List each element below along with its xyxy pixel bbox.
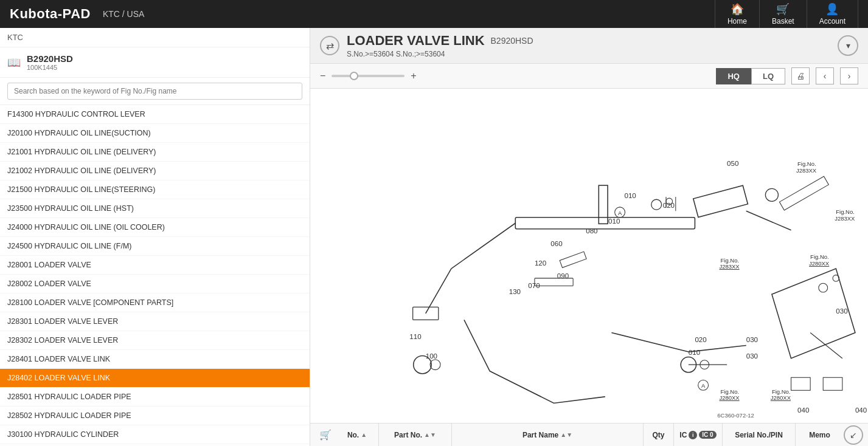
nav-account[interactable]: 👤 Account xyxy=(807,0,858,28)
sidebar-item-F14300[interactable]: F14300 HYDRAULIC CONTROL LEVER xyxy=(0,105,310,124)
svg-text:040: 040 xyxy=(797,407,809,414)
header-location: KTC / USA xyxy=(103,9,144,19)
svg-text:Fig.No.: Fig.No. xyxy=(772,388,791,395)
nav-basket[interactable]: 🛒 Basket xyxy=(759,0,807,28)
nav-basket-label: Basket xyxy=(772,17,794,26)
search-input[interactable] xyxy=(7,83,302,100)
home-icon: 🏠 xyxy=(731,2,744,16)
page-model: B2920HSD xyxy=(491,36,533,46)
nav-home-label: Home xyxy=(727,17,747,26)
bottom-bar: 🛒 No. ▲ Part No. ▲▼ Part Name ▲▼ Qty xyxy=(310,423,868,446)
sort-no-icon: ▲ xyxy=(361,431,367,438)
svg-text:010: 010 xyxy=(624,192,636,199)
zoom-thumb xyxy=(350,72,358,80)
svg-text:020: 020 xyxy=(695,336,706,343)
svg-text:J283XX: J283XX xyxy=(719,263,740,270)
content-area: ⇄ LOADER VALVE LINK B2920HSD S.No.>=5360… xyxy=(310,28,868,446)
sidebar-item-J24500[interactable]: J24500 HYDRAULIC OIL LINE (F/M) xyxy=(0,237,310,256)
ic-info-icon[interactable]: i xyxy=(689,431,697,439)
svg-text:J280XX: J280XX xyxy=(809,260,830,267)
parts-diagram: Fig.No. J283XX Fig.No. J283XX 050 010 02… xyxy=(310,89,868,423)
sort-partno-icon: ▲▼ xyxy=(424,431,436,438)
sort-partname-icon: ▲▼ xyxy=(560,431,572,438)
table-header: No. ▲ Part No. ▲▼ Part Name ▲▼ Qty IC i xyxy=(336,424,844,446)
sidebar-list: F14300 HYDRAULIC CONTROL LEVERJ20100 HYD… xyxy=(0,105,310,446)
scroll-bottom-button[interactable]: ↙ xyxy=(844,425,863,445)
next-button[interactable]: › xyxy=(840,67,858,84)
svg-text:Fig.No.: Fig.No. xyxy=(836,208,855,215)
swap-button[interactable]: ⇄ xyxy=(320,36,339,55)
svg-text:6C360-072-12: 6C360-072-12 xyxy=(717,412,754,419)
svg-text:A: A xyxy=(701,382,706,389)
sidebar-item-J28502[interactable]: J28502 HYDRAULIC LOADER PIPE xyxy=(0,407,310,425)
svg-text:030: 030 xyxy=(746,352,758,360)
sidebar-item-J28002[interactable]: J28002 LOADER VALVE xyxy=(0,275,310,293)
nav-account-label: Account xyxy=(819,17,845,26)
svg-text:J280XX: J280XX xyxy=(719,394,740,401)
svg-text:030: 030 xyxy=(836,307,847,315)
sidebar-item-J28100[interactable]: J28100 LOADER VALVE [COMPONENT PARTS] xyxy=(0,293,310,312)
svg-text:020: 020 xyxy=(663,202,675,209)
sidebar-item-J23500[interactable]: J23500 HYDRAULIC OIL LINE (HST) xyxy=(0,199,310,218)
svg-text:130: 130 xyxy=(509,288,521,295)
sidebar-item-J21002[interactable]: J21002 HYDRAULIC OIL LINE (DELIVERY) xyxy=(0,162,310,180)
page-title-block: LOADER VALVE LINK B2920HSD S.No.>=53604 … xyxy=(347,33,830,58)
sidebar-item-J28302[interactable]: J28302 LOADER VALVE LEVER xyxy=(0,331,310,350)
svg-text:040: 040 xyxy=(855,407,867,414)
prev-button[interactable]: ‹ xyxy=(816,67,834,84)
svg-text:050: 050 xyxy=(727,160,738,167)
svg-text:010: 010 xyxy=(608,218,620,225)
svg-text:070: 070 xyxy=(528,282,540,289)
quality-buttons: HQ LQ xyxy=(716,68,785,84)
sidebar-item-J28402[interactable]: J28402 LOADER VALVE LINK xyxy=(0,369,310,388)
col-part-name: Part Name ▲▼ xyxy=(451,424,643,446)
account-icon: 👤 xyxy=(825,2,839,16)
print-button[interactable]: 🖨 xyxy=(791,67,810,84)
page-serial: S.No.>=53604 S.No.;>=53604 xyxy=(347,50,830,58)
ic-count-badge: IC 0 xyxy=(699,431,716,439)
header-nav: 🏠 Home 🛒 Basket 👤 Account xyxy=(715,0,858,28)
toolbar: − + HQ LQ 🖨 ‹ › xyxy=(310,63,868,89)
book-icon: 📖 xyxy=(7,56,21,69)
svg-text:080: 080 xyxy=(586,227,597,235)
svg-text:J283XX: J283XX xyxy=(835,215,855,222)
collapse-button[interactable]: ▾ xyxy=(838,35,858,56)
svg-text:120: 120 xyxy=(535,259,546,267)
sidebar-item-J28401[interactable]: J28401 LOADER VALVE LINK xyxy=(0,350,310,369)
sidebar-item-J28301[interactable]: J28301 LOADER VALVE LEVER xyxy=(0,312,310,331)
sidebar-search-container xyxy=(0,78,310,105)
svg-text:A: A xyxy=(618,210,622,216)
svg-text:Fig.No.: Fig.No. xyxy=(721,388,740,395)
col-no: No. ▲ xyxy=(336,424,378,446)
col-memo: Memo xyxy=(795,424,844,446)
page-title: LOADER VALVE LINK xyxy=(347,33,485,49)
svg-text:110: 110 xyxy=(409,333,421,340)
sidebar-ktc: KTC xyxy=(0,28,310,47)
svg-text:J280XX: J280XX xyxy=(771,394,791,401)
sidebar-item-J20100[interactable]: J20100 HYDRAULIC OIL LINE(SUCTION) xyxy=(0,124,310,143)
zoom-out-icon[interactable]: − xyxy=(320,70,325,81)
lq-button[interactable]: LQ xyxy=(751,68,785,84)
diagram-area: Fig.No. J283XX Fig.No. J283XX 050 010 02… xyxy=(310,89,868,423)
book-title: B2920HSD xyxy=(27,53,73,64)
zoom-in-icon[interactable]: + xyxy=(411,70,416,81)
page-header: ⇄ LOADER VALVE LINK B2920HSD S.No.>=5360… xyxy=(310,28,868,63)
sidebar-item-J28001[interactable]: J28001 LOADER VALVE xyxy=(0,256,310,275)
sidebar-item-J21500[interactable]: J21500 HYDRAULIC OIL LINE(STEERING) xyxy=(0,180,310,199)
sidebar-item-J24000[interactable]: J24000 HYDRAULIC OIL LINE (OIL COOLER) xyxy=(0,218,310,237)
sidebar: KTC 📖 B2920HSD 100K1445 F14300 HYDRAULIC… xyxy=(0,28,310,446)
hq-button[interactable]: HQ xyxy=(716,68,751,84)
sidebar-item-J28501[interactable]: J28501 HYDRAULIC LOADER PIPE xyxy=(0,388,310,407)
svg-text:010: 010 xyxy=(689,349,700,356)
app-header: Kubota-PAD KTC / USA 🏠 Home 🛒 Basket 👤 A… xyxy=(0,0,868,28)
svg-text:J283XX: J283XX xyxy=(796,167,817,174)
col-serial: Serial No./PIN xyxy=(722,424,795,446)
svg-text:060: 060 xyxy=(550,240,562,247)
sidebar-item-J30100[interactable]: J30100 HYDRAULIC CYLINDER xyxy=(0,425,310,444)
nav-home[interactable]: 🏠 Home xyxy=(715,0,759,28)
add-to-cart-icon[interactable]: 🛒 xyxy=(315,425,336,445)
svg-text:100: 100 xyxy=(426,352,437,360)
zoom-slider[interactable] xyxy=(332,75,404,77)
basket-icon: 🛒 xyxy=(776,2,790,16)
sidebar-item-J21001[interactable]: J21001 HYDRAULIC OIL LINE (DELIVERY) xyxy=(0,143,310,162)
